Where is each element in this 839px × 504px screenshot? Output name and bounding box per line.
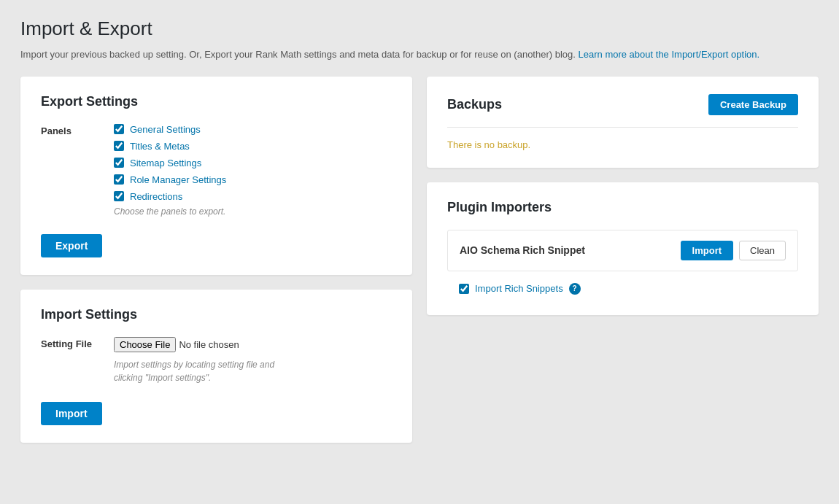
import-button[interactable]: Import: [41, 402, 102, 425]
file-input-wrapper: [114, 337, 293, 352]
checkboxes-container: General Settings Titles & Metas Sitemap …: [114, 124, 226, 217]
main-layout: Export Settings Panels General Settings …: [20, 77, 819, 443]
import-rich-snippets-label: Import Rich Snippets: [475, 283, 563, 294]
backups-title: Backups: [447, 97, 502, 112]
export-panels-row: Panels General Settings Titles & Metas: [41, 124, 392, 217]
import-settings-card: Import Settings Setting File Import sett…: [20, 290, 412, 443]
checkbox-sitemap-settings[interactable]: Sitemap Settings: [114, 158, 226, 168]
backups-divider: [447, 127, 798, 128]
create-backup-button[interactable]: Create Backup: [708, 94, 798, 115]
file-hint: Import settings by locating setting file…: [114, 358, 293, 384]
checkbox-general-settings-input[interactable]: [114, 124, 124, 134]
plugin-importers-card: Plugin Importers AIO Schema Rich Snippet…: [427, 182, 819, 315]
page-title: Import & Export: [20, 18, 819, 40]
checkbox-redirections[interactable]: Redirections: [114, 191, 226, 202]
checkboxes-list: General Settings Titles & Metas Sitemap …: [114, 124, 226, 202]
plugin-importers-title: Plugin Importers: [447, 200, 798, 215]
backups-header: Backups Create Backup: [447, 94, 798, 115]
import-rich-snippets-checkbox[interactable]: [459, 284, 469, 294]
import-settings-title: Import Settings: [41, 307, 392, 322]
import-file-row: Setting File Import settings by locating…: [41, 337, 392, 384]
import-rich-snippets-row: Import Rich Snippets ?: [447, 280, 798, 298]
importer-actions: Import Clean: [681, 241, 786, 260]
checkbox-redirections-input[interactable]: [114, 191, 124, 201]
export-button[interactable]: Export: [41, 234, 102, 257]
setting-file-label: Setting File: [41, 337, 99, 349]
checkbox-titles-metas[interactable]: Titles & Metas: [114, 141, 226, 152]
export-settings-title: Export Settings: [41, 94, 392, 109]
checkbox-hint: Choose the panels to export.: [114, 206, 226, 217]
no-backup-text: There is no backup.: [447, 139, 798, 150]
learn-more-link[interactable]: Learn more about the Import/Export optio…: [579, 49, 760, 60]
left-column: Export Settings Panels General Settings …: [20, 77, 412, 443]
checkbox-general-settings[interactable]: General Settings: [114, 124, 226, 135]
right-column: Backups Create Backup There is no backup…: [427, 77, 819, 443]
aio-import-button[interactable]: Import: [681, 241, 733, 260]
checkbox-titles-metas-input[interactable]: [114, 141, 124, 151]
file-input-container: Import settings by locating setting file…: [114, 337, 293, 384]
file-input[interactable]: [114, 337, 293, 352]
help-icon[interactable]: ?: [569, 283, 581, 295]
aio-schema-importer-row: AIO Schema Rich Snippet Import Clean: [447, 230, 798, 271]
checkbox-role-manager-input[interactable]: [114, 174, 124, 185]
checkbox-sitemap-settings-input[interactable]: [114, 158, 124, 168]
aio-clean-button[interactable]: Clean: [739, 241, 786, 260]
page-description: Import your previous backed up setting. …: [20, 47, 819, 62]
panels-label: Panels: [41, 124, 99, 136]
aio-schema-name: AIO Schema Rich Snippet: [460, 244, 585, 256]
backups-card: Backups Create Backup There is no backup…: [427, 77, 819, 168]
export-settings-card: Export Settings Panels General Settings …: [20, 77, 412, 275]
checkbox-role-manager[interactable]: Role Manager Settings: [114, 174, 226, 185]
